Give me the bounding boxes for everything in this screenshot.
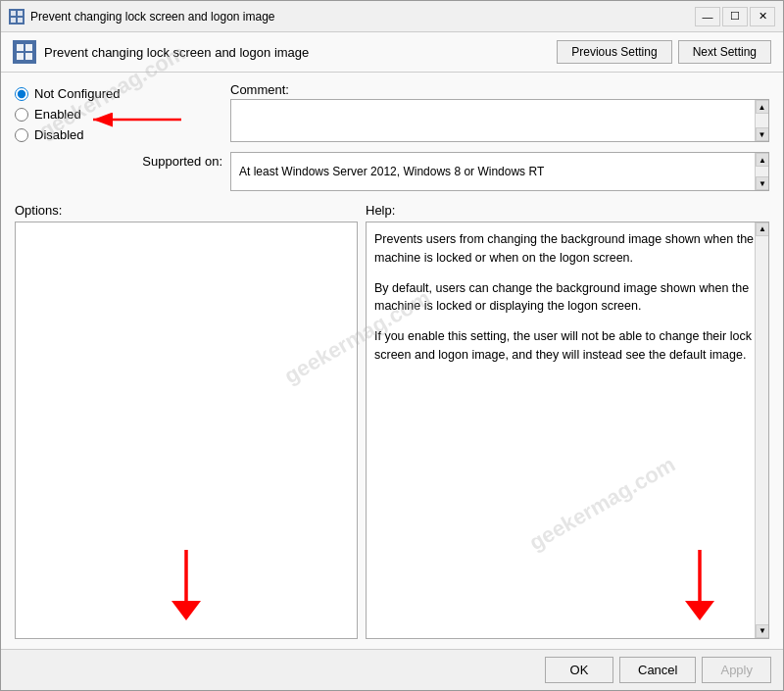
supported-box: At least Windows Server 2012, Windows 8 … [230,152,769,191]
svg-marker-14 [685,601,714,620]
comment-column: Comment: ▲ ▼ [230,82,769,142]
cancel-button[interactable]: Cancel [619,657,696,683]
help-para-1: Prevents users from changing the backgro… [374,230,760,268]
help-text: Prevents users from changing the backgro… [374,230,760,365]
ok-button[interactable]: OK [545,657,613,683]
help-scrollbar[interactable]: ▲ ▼ [755,222,768,638]
comment-label: Comment: [230,82,769,97]
comment-input[interactable] [231,100,755,141]
scroll-down-arrow[interactable]: ▼ [756,127,769,141]
help-panel: Help: Prevents users from changing the b… [366,203,769,639]
help-box: Prevents users from changing the backgro… [366,222,769,639]
scroll-track [756,114,769,127]
svg-rect-5 [25,44,32,51]
help-scroll-track [756,236,768,624]
titlebar-controls: — ☐ ✕ [695,7,775,26]
not-configured-radio[interactable] [15,87,28,101]
scroll-up-arrow[interactable]: ▲ [756,100,769,114]
window-title: Prevent changing lock screen and logon i… [30,10,275,24]
supported-scroll-track [756,167,768,176]
content-area: Not Configured Enabled Disabled [1,73,783,649]
window-icon [9,9,24,25]
nav-buttons: Previous Setting Next Setting [557,40,771,64]
comment-scrollbar[interactable]: ▲ ▼ [755,100,768,141]
enabled-option[interactable]: Enabled [15,107,230,122]
disabled-label: Disabled [34,127,84,142]
footer-bar: OK Cancel Apply [1,649,783,690]
help-scroll-down[interactable]: ▼ [756,624,769,638]
supported-value: At least Windows Server 2012, Windows 8 … [235,163,548,180]
options-panel: Options: [15,203,358,639]
header-icon [13,40,36,64]
help-label: Help: [366,203,769,218]
radio-comment-row: Not Configured Enabled Disabled [15,82,769,142]
maximize-button[interactable]: ☐ [722,7,748,26]
supported-row: Supported on: At least Windows Server 20… [15,152,769,191]
previous-setting-button[interactable]: Previous Setting [557,40,671,64]
options-label: Options: [15,203,358,218]
arrow-help [670,550,729,628]
help-scroll-up[interactable]: ▲ [756,222,769,236]
supported-scroll-up[interactable]: ▲ [756,153,769,167]
header-bar: Prevent changing lock screen and logon i… [1,32,783,73]
enabled-label: Enabled [34,107,81,122]
enabled-radio[interactable] [15,108,28,122]
apply-button[interactable]: Apply [702,657,771,683]
svg-rect-7 [25,53,32,60]
svg-rect-1 [18,11,23,16]
disabled-radio[interactable] [15,128,28,142]
options-box [15,222,358,639]
svg-rect-2 [11,18,16,23]
supported-scroll-down[interactable]: ▼ [756,176,769,190]
titlebar: Prevent changing lock screen and logon i… [1,1,783,32]
arrow-options [157,550,216,628]
supported-label: Supported on: [15,152,230,169]
svg-rect-4 [17,44,24,51]
header-title: Prevent changing lock screen and logon i… [44,45,309,60]
not-configured-option[interactable]: Not Configured [15,86,230,101]
disabled-option[interactable]: Disabled [15,127,230,142]
svg-rect-3 [18,18,23,23]
not-configured-label: Not Configured [34,86,120,101]
help-para-2: By default, users can change the backgro… [374,279,760,317]
comment-box: ▲ ▼ [230,99,769,142]
next-setting-button[interactable]: Next Setting [678,40,771,64]
close-button[interactable]: ✕ [750,7,775,26]
help-para-3: If you enable this setting, the user wil… [374,327,760,365]
supported-scrollbar[interactable]: ▲ ▼ [755,153,768,190]
radio-column: Not Configured Enabled Disabled [15,82,230,142]
svg-rect-0 [11,11,16,16]
minimize-button[interactable]: — [695,7,720,26]
options-help-row: Options: Help: [15,203,769,639]
svg-rect-6 [17,53,24,60]
svg-marker-12 [172,601,201,620]
